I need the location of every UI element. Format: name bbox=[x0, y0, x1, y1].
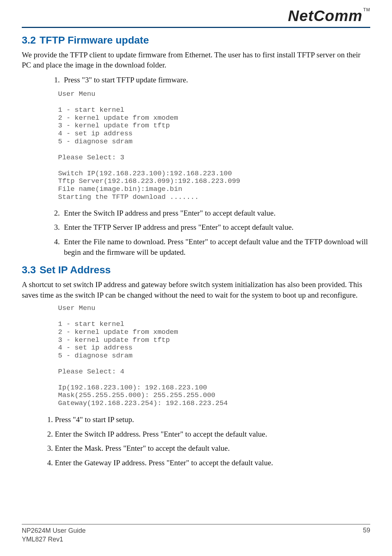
section-3-2-step-3: Enter the TFTP Server IP address and pre… bbox=[62, 222, 370, 233]
section-3-3-title: Set IP Address bbox=[40, 264, 111, 275]
footer-rev: YML827 Rev1 bbox=[22, 535, 86, 544]
section-3-2-step-4: Enter the File name to download. Press "… bbox=[62, 237, 370, 258]
section-3-2-intro: We provide the TFTP client to update fir… bbox=[22, 50, 370, 70]
section-3-3-step-2: 2. Enter the Switch IP address. Press "E… bbox=[22, 429, 370, 440]
footer-page-number: 59 bbox=[363, 527, 370, 534]
section-3-2-terminal: User Menu 1 - start kernel 2 - kernel up… bbox=[58, 90, 370, 201]
page: NetCommTM 3.2TFTP Firmware update We pro… bbox=[0, 0, 392, 556]
section-3-3-intro: A shortcut to set switch IP address and … bbox=[22, 279, 370, 300]
section-3-3-terminal: User Menu 1 - start kernel 2 - kernel up… bbox=[58, 304, 370, 408]
section-3-3-step-4: 4. Enter the Gateway IP address. Press "… bbox=[22, 457, 370, 469]
footer-guide: NP2624M User Guide bbox=[22, 527, 86, 535]
header-rule bbox=[22, 27, 370, 28]
section-3-2-number: 3.2 bbox=[22, 34, 36, 46]
section-3-3-steps: 1. Press "4" to start IP setup. 2. Enter… bbox=[22, 414, 370, 469]
brand-trademark: TM bbox=[363, 7, 370, 12]
section-3-3-step-3: 3. Enter the Mask. Press "Enter" to acce… bbox=[22, 443, 370, 454]
section-3-2-heading: 3.2TFTP Firmware update bbox=[22, 34, 370, 46]
page-footer: NP2624M User Guide YML827 Rev1 59 bbox=[22, 524, 370, 544]
section-3-2-steps-part1: Press "3" to start TFTP update firmware. bbox=[22, 75, 370, 85]
section-3-3-number: 3.3 bbox=[22, 264, 36, 275]
footer-rule bbox=[22, 524, 370, 524]
section-3-3-step-1: 1. Press "4" to start IP setup. bbox=[22, 414, 370, 426]
footer-left: NP2624M User Guide YML827 Rev1 bbox=[22, 527, 86, 544]
brand-logo: NetCommTM bbox=[288, 7, 370, 25]
footer-row: NP2624M User Guide YML827 Rev1 59 bbox=[22, 527, 370, 544]
section-3-2-step-2: Enter the Switch IP address and press "E… bbox=[62, 208, 370, 218]
section-3-2-title: TFTP Firmware update bbox=[40, 34, 149, 46]
section-3-2-steps-part2: Enter the Switch IP address and press "E… bbox=[22, 208, 370, 258]
section-3-2-step-1: Press "3" to start TFTP update firmware. bbox=[62, 75, 370, 85]
brand-name: NetComm bbox=[288, 7, 362, 24]
section-3-3-heading: 3.3Set IP Address bbox=[22, 264, 370, 276]
